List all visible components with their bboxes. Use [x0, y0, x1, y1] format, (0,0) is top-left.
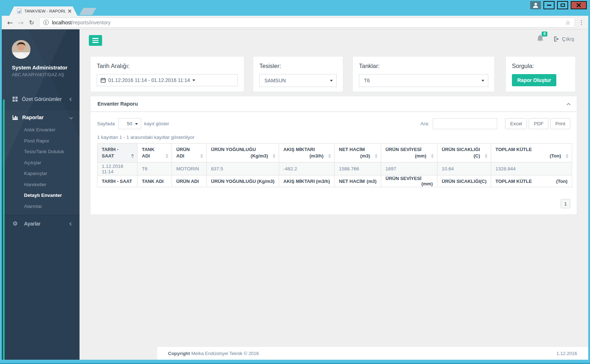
- column-header[interactable]: NET HACİM(m3): [335, 144, 381, 162]
- date-range-label: Tarih Aralığı:: [97, 63, 238, 69]
- table-info-text: 1 kayıttan 1 - 1 arasındaki kayıtlar gös…: [97, 135, 570, 140]
- column-label: TANK ADI: [142, 146, 161, 159]
- filter-row: Tarih Aralığı: 01.12.2016 11:14 - 01.12.…: [90, 56, 576, 92]
- window-controls: [530, 1, 587, 9]
- footer-column-header: TANK ADI: [138, 175, 172, 187]
- close-window-button[interactable]: [571, 1, 587, 9]
- sidebar-toggle-button[interactable]: [89, 35, 102, 46]
- facility-select[interactable]: SAMSUN: [259, 74, 337, 87]
- column-label: ÜRÜN ADI: [176, 146, 196, 159]
- date-range-value: 01.12.2016 11:14 - 01.12.2016 11:14: [108, 77, 190, 83]
- reload-icon[interactable]: ↻: [26, 19, 37, 26]
- back-icon[interactable]: ←: [5, 19, 15, 26]
- sidebar-subitem[interactable]: Tesis/Tank Doluluk: [2, 146, 80, 157]
- pagination: 1: [97, 199, 570, 208]
- copyright-label: Copyright: [168, 351, 190, 356]
- column-header[interactable]: ÜRÜN SEVİYESİ(mm): [381, 144, 437, 162]
- column-unit: (C): [474, 153, 480, 159]
- sidebar-subitem[interactable]: Alarmlar: [2, 201, 80, 212]
- export-excel-button[interactable]: Excel: [505, 118, 527, 129]
- tab-close-icon[interactable]: [68, 10, 71, 13]
- footer-column-unit: (Kg/m3): [257, 179, 274, 184]
- column-header[interactable]: TOPLAM KÜTLE(Ton): [491, 144, 572, 162]
- column-header[interactable]: AKIŞ MİKTARI(m3/h): [279, 144, 335, 162]
- column-header[interactable]: ÜRÜN ADI: [172, 144, 207, 162]
- sidebar-subitem[interactable]: Kapanışlar: [2, 168, 80, 179]
- column-header[interactable]: ÜRÜN YOĞUNLUĞU(Kg/m3): [207, 144, 279, 162]
- column-label: TOPLAM KÜTLE: [495, 146, 561, 153]
- panel-title: Envanter Raporu: [97, 101, 138, 107]
- forward-icon[interactable]: →: [15, 19, 26, 26]
- gear-icon: ⚙: [13, 221, 18, 227]
- sidebar-subitem[interactable]: Anlık Envanter: [2, 125, 80, 136]
- tank-select[interactable]: T6: [359, 74, 488, 87]
- inventory-table: TARİH - SAATTANK ADIÜRÜN ADIÜRÜN YOĞUNLU…: [97, 143, 572, 187]
- maximize-icon: [561, 4, 565, 7]
- sort-up-icon: [200, 154, 203, 156]
- page-button[interactable]: 1: [561, 199, 570, 208]
- logout-button[interactable]: Çıkış: [553, 36, 574, 42]
- page-size-select[interactable]: 50: [118, 118, 141, 129]
- sidebar-item-overview[interactable]: Özet Görünümler: [2, 91, 80, 107]
- sort-up-icon: [328, 154, 331, 156]
- column-label: ÜRÜN SICAKLIĞI: [442, 146, 480, 153]
- export-print-button[interactable]: Print: [550, 118, 570, 129]
- address-bar[interactable]: localhost/reports/inventory ☆: [39, 18, 575, 28]
- inventory-report-panel: Envanter Raporu Sayfada 50 kayıt göster …: [90, 96, 577, 215]
- create-report-button[interactable]: Rapor Oluştur: [512, 74, 556, 86]
- maximize-button[interactable]: [557, 1, 568, 9]
- sidebar-item-reports[interactable]: Raporlar: [2, 110, 80, 125]
- close-icon: [576, 3, 581, 8]
- sort-down-icon: [328, 156, 331, 158]
- minimize-button[interactable]: [543, 1, 555, 9]
- sidebar-subitem[interactable]: Hareketler: [2, 179, 80, 190]
- sort-icon: [375, 154, 378, 158]
- column-unit: (Kg/m3): [251, 153, 268, 159]
- table-header-row: TARİH - SAATTANK ADIÜRÜN ADIÜRÜN YOĞUNLU…: [97, 144, 572, 162]
- page-size-suffix: kayıt göster: [144, 121, 169, 126]
- search-input[interactable]: [433, 118, 497, 129]
- column-header[interactable]: TANK ADI: [138, 144, 172, 162]
- footer-column-unit: (m3/h): [316, 179, 330, 184]
- sidebar-item-settings[interactable]: ⚙ Ayarlar: [2, 215, 80, 232]
- facility-value: SAMSUN: [264, 78, 286, 83]
- browser-tab[interactable]: TANKVIEW - RAPORLAR: [9, 6, 77, 16]
- chevron-left-icon: [69, 222, 73, 225]
- grid-icon: [13, 97, 15, 99]
- export-buttons: ExcelPDFPrint: [505, 118, 570, 129]
- sidebar-nav: Özet Görünümler Raporlar Anlık EnvanterP…: [2, 91, 80, 232]
- sidebar-subitem[interactable]: Açılışlar: [2, 157, 80, 169]
- sidebar-subitem[interactable]: Detaylı Envanter: [2, 190, 80, 201]
- sidebar-submenu: Anlık EnvanterPivot RaporTesis/Tank Dolu…: [2, 125, 80, 212]
- export-pdf-button[interactable]: PDF: [529, 118, 548, 129]
- browser-menu-icon[interactable]: ⋮: [577, 19, 585, 26]
- bookmark-star-icon[interactable]: ☆: [565, 19, 571, 26]
- table-controls: Sayfada 50 kayıt göster Ara: ExcelPDFPri…: [97, 118, 570, 129]
- sort-down-icon: [273, 156, 275, 158]
- footer-date: 1.12.2016: [556, 351, 577, 356]
- sidebar-subitem[interactable]: Pivot Rapor: [2, 136, 80, 147]
- sort-up-icon: [485, 154, 488, 156]
- column-header[interactable]: ÜRÜN SICAKLIĞI(C): [437, 144, 491, 162]
- footer-column-label: ÜRÜN SEVİYESİ: [385, 176, 421, 181]
- page-size-value: 50: [127, 121, 132, 126]
- sort-icon: [166, 154, 168, 158]
- date-range-input[interactable]: 01.12.2016 11:14 - 01.12.2016 11:14: [97, 74, 238, 86]
- new-tab-button[interactable]: [79, 8, 96, 15]
- site-info-icon[interactable]: [43, 20, 49, 25]
- main-content: 0 Çıkış Tarih Aralığı:: [80, 29, 588, 360]
- notifications-button[interactable]: 0: [537, 35, 543, 43]
- profile-button[interactable]: [530, 1, 541, 9]
- url-host: localhost: [52, 20, 72, 25]
- footer-column-unit: (mm): [421, 181, 433, 186]
- sort-up-icon: [131, 154, 134, 156]
- footer-column-label: ÜRÜN ADI: [176, 179, 199, 184]
- footer-column-label: TANK ADI: [142, 179, 164, 184]
- bar-chart-icon: [13, 115, 18, 120]
- caret-down-icon: [135, 123, 138, 125]
- table-cell: 1328.844: [491, 162, 572, 175]
- table-cell: -482.2: [279, 162, 335, 175]
- avatar: [12, 40, 30, 59]
- column-header[interactable]: TARİH - SAAT: [97, 144, 138, 162]
- collapse-chevron-up-icon[interactable]: [566, 103, 570, 107]
